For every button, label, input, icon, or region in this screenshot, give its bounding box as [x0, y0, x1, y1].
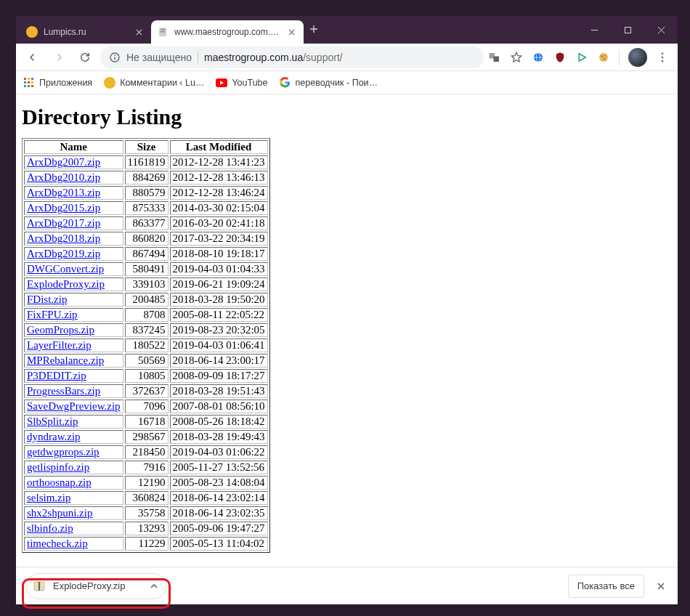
cell-size: 200485 [125, 293, 169, 307]
chevron-up-icon[interactable] [150, 582, 158, 591]
close-icon[interactable] [134, 27, 144, 37]
cell-size: 218450 [125, 445, 169, 459]
svg-rect-31 [38, 584, 40, 585]
download-chip[interactable]: ExplodeProxy.zip [26, 573, 166, 599]
tab-inactive[interactable]: Lumpics.ru [20, 20, 151, 44]
file-link[interactable]: ProgressBars.zip [27, 385, 100, 397]
cell-modified: 2018-03-28 19:50:20 [170, 293, 268, 307]
url-path: /support/ [303, 52, 342, 63]
file-link[interactable]: dyndraw.zip [27, 431, 81, 442]
back-button[interactable] [22, 46, 44, 68]
minimize-button[interactable] [577, 16, 611, 44]
file-link[interactable]: orthoosnap.zip [27, 477, 92, 488]
close-window-button[interactable] [644, 16, 678, 44]
reload-button[interactable] [74, 46, 96, 68]
file-link[interactable]: FDist.zip [27, 293, 67, 305]
svg-rect-25 [28, 85, 30, 87]
cell-name: ProgressBars.zip [24, 384, 123, 398]
table-row: MPRebalance.zip505692018-06-14 23:00:17 [24, 354, 268, 368]
file-link[interactable]: ArxDbg2017.zip [27, 217, 100, 229]
address-bar[interactable]: Не защищено maestrogroup.com.ua/support/ [100, 46, 484, 68]
file-link[interactable]: ArxDbg2013.zip [27, 187, 100, 198]
extensions [488, 48, 672, 67]
cell-size: 50569 [125, 354, 169, 368]
bookmark-apps[interactable]: Приложения [23, 77, 92, 89]
info-icon[interactable] [109, 52, 121, 63]
table-row: ProgressBars.zip3726372018-03-28 19:51:4… [24, 384, 268, 398]
svg-rect-8 [494, 56, 500, 62]
file-link[interactable]: SlbSplit.zip [27, 416, 78, 427]
cell-size: 875333 [125, 201, 169, 215]
close-shelf-button[interactable] [654, 580, 667, 593]
google-g-icon [280, 77, 291, 89]
url-host: maestrogroup.com.ua [204, 52, 303, 63]
kebab-menu-icon[interactable] [656, 51, 669, 64]
svg-point-5 [114, 54, 115, 56]
table-row: ArxDbg2013.zip8805792012-12-28 13:46:24 [24, 186, 268, 200]
profile-avatar[interactable] [628, 48, 647, 67]
svg-rect-24 [24, 85, 26, 87]
file-link[interactable]: ArxDbg2018.zip [27, 232, 100, 244]
file-link[interactable]: LayerFilter.zip [27, 339, 92, 351]
page-content: Directory Listing Name Size Last Modifie… [16, 94, 678, 567]
file-link[interactable]: P3DEDIT.zip [27, 370, 86, 381]
file-link[interactable]: shx2shpuni.zip [27, 507, 92, 519]
file-link[interactable]: MPRebalance.zip [27, 354, 104, 366]
cell-modified: 2014-03-30 02:15:04 [170, 201, 268, 215]
cell-size: 580491 [125, 262, 169, 276]
close-icon[interactable] [286, 27, 296, 37]
cell-modified: 2019-04-03 01:06:41 [170, 339, 268, 352]
bookmark-lumpics[interactable]: Комментарии ‹ Lu… [104, 77, 204, 89]
file-link[interactable]: ArxDbg2015.zip [27, 202, 100, 214]
svg-point-13 [604, 54, 606, 56]
show-all-downloads-button[interactable]: Показать все [568, 575, 644, 598]
ext-play-icon[interactable] [575, 51, 588, 64]
file-link[interactable]: FixFPU.zip [27, 309, 78, 320]
table-row: getdwgprops.zip2184502019-04-03 01:06:22 [24, 445, 268, 459]
file-link[interactable]: slbinfo.zip [27, 522, 73, 534]
cell-name: getdwgprops.zip [24, 445, 123, 459]
bookmark-youtube[interactable]: YouTube [216, 77, 267, 89]
cell-name: LayerFilter.zip [24, 339, 123, 352]
svg-rect-21 [24, 81, 26, 84]
maximize-button[interactable] [611, 16, 644, 44]
file-link[interactable]: selsim.zip [27, 492, 70, 503]
ext-globe-icon[interactable] [532, 51, 545, 64]
cell-size: 298567 [125, 430, 169, 444]
cell-modified: 2005-09-06 19:47:27 [170, 522, 268, 535]
file-link[interactable]: getlispinfo.zip [27, 461, 89, 473]
file-link[interactable]: ArxDbg2010.zip [27, 171, 100, 183]
cell-size: 339103 [125, 277, 169, 291]
translate-icon[interactable] [488, 51, 501, 64]
lumpics-favicon-icon [26, 26, 38, 38]
cell-modified: 2019-04-03 01:04:33 [170, 262, 268, 276]
file-link[interactable]: getdwgprops.zip [27, 446, 100, 458]
file-link[interactable]: SaveDwgPreview.zip [27, 400, 121, 412]
cell-modified: 2007-08-01 08:56:10 [170, 400, 268, 413]
svg-rect-18 [24, 78, 26, 80]
ext-shield-icon[interactable] [553, 51, 567, 64]
tab-active[interactable]: www.maestrogroup.com.ua/supp [151, 20, 304, 44]
star-icon[interactable] [510, 51, 523, 64]
table-row: DWGConvert.zip5804912019-04-03 01:04:33 [24, 262, 268, 276]
show-all-label: Показать все [577, 580, 635, 591]
file-link[interactable]: DWGConvert.zip [27, 263, 104, 275]
bookmarks-bar: Приложения Комментарии ‹ Lu… YouTube пер… [16, 71, 678, 94]
cell-name: slbinfo.zip [24, 522, 123, 535]
file-link[interactable]: ArxDbg2019.zip [27, 248, 100, 259]
svg-rect-19 [28, 78, 30, 80]
file-link[interactable]: ArxDbg2007.zip [27, 156, 100, 168]
cell-size: 860820 [125, 232, 169, 246]
bookmark-google[interactable]: переводчик - Пои… [280, 77, 378, 89]
file-link[interactable]: GeomProps.zip [27, 324, 94, 336]
cell-name: SlbSplit.zip [24, 415, 123, 429]
new-tab-button[interactable] [304, 25, 324, 36]
cell-name: SaveDwgPreview.zip [24, 400, 123, 413]
file-link[interactable]: timecheck.zip [27, 538, 88, 549]
cell-modified: 2018-06-14 23:02:14 [170, 491, 268, 505]
cell-modified: 2005-11-27 13:52:56 [170, 461, 268, 474]
ext-cookie-icon[interactable] [597, 51, 610, 64]
forward-button[interactable] [48, 46, 70, 68]
file-link[interactable]: ExplodeProxy.zip [27, 278, 105, 290]
cell-name: MPRebalance.zip [24, 354, 123, 368]
